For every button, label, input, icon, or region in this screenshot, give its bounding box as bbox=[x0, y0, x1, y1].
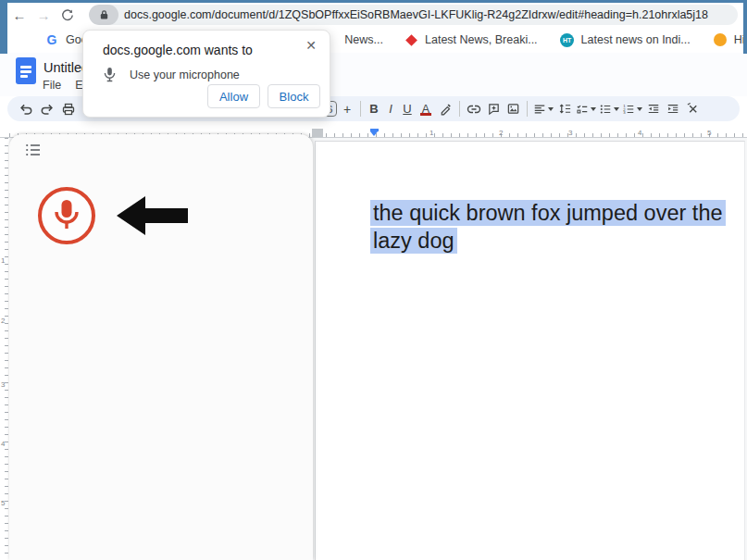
microphone-icon bbox=[52, 198, 81, 233]
permission-text: Use your microphone bbox=[130, 68, 240, 81]
site-info-chip[interactable] bbox=[89, 5, 118, 25]
redo-icon bbox=[40, 102, 55, 117]
insert-link-button[interactable] bbox=[466, 100, 482, 118]
numbered-list-icon: 123 bbox=[622, 103, 635, 116]
text-color-button[interactable]: A bbox=[417, 100, 434, 118]
microphone-small-icon bbox=[104, 67, 116, 82]
highlight-button[interactable] bbox=[437, 100, 454, 118]
allow-button[interactable]: Allow bbox=[207, 84, 260, 108]
outdent-icon bbox=[647, 103, 660, 116]
voice-typing-panel bbox=[9, 134, 313, 560]
google-favicon: G bbox=[44, 32, 59, 47]
line-spacing-icon bbox=[558, 102, 572, 116]
back-button[interactable]: ← bbox=[7, 5, 31, 25]
red-diamond-favicon bbox=[404, 32, 418, 47]
dialog-title: docs.google.com wants to bbox=[103, 43, 253, 57]
outline-icon bbox=[25, 143, 42, 157]
bulleted-list-icon bbox=[599, 103, 612, 116]
close-icon[interactable]: ✕ bbox=[303, 37, 319, 54]
italic-button[interactable]: I bbox=[384, 100, 397, 118]
chevron-down-icon bbox=[637, 107, 642, 111]
underline-button[interactable]: U bbox=[400, 100, 415, 118]
indent-marker[interactable] bbox=[370, 129, 379, 136]
ht-favicon: HT bbox=[560, 32, 575, 47]
vertical-ruler: 1 2 3 4 5 bbox=[0, 138, 9, 560]
chevron-down-icon bbox=[591, 107, 596, 111]
increase-font-button[interactable]: + bbox=[340, 100, 355, 118]
window-edge-right bbox=[743, 0, 747, 54]
menu-file[interactable]: File bbox=[43, 79, 61, 92]
voice-typing-mic-button[interactable] bbox=[38, 187, 95, 244]
svg-text:3: 3 bbox=[623, 110, 626, 115]
redo-button[interactable] bbox=[38, 100, 56, 118]
lock-icon bbox=[99, 9, 109, 20]
chevron-down-icon bbox=[614, 107, 619, 111]
undo-button[interactable] bbox=[17, 100, 35, 118]
browser-toolbar: ← → docs.google.com/document/d/1ZQSbOPff… bbox=[7, 3, 743, 27]
align-left-icon bbox=[533, 103, 546, 116]
align-button[interactable] bbox=[533, 100, 554, 118]
bulleted-list-button[interactable] bbox=[599, 100, 619, 118]
bookmark-news[interactable]: News... bbox=[344, 33, 383, 46]
chevron-down-icon bbox=[548, 107, 554, 111]
decrease-indent-button[interactable] bbox=[645, 100, 662, 118]
bookmark-latest-news[interactable]: Latest News, Breaki... bbox=[404, 32, 538, 47]
comment-icon bbox=[487, 102, 501, 116]
document-page[interactable]: the quick brown fox jumped over the lazy… bbox=[315, 141, 745, 560]
block-button[interactable]: Block bbox=[268, 84, 320, 108]
print-icon bbox=[61, 102, 76, 117]
document-outline-button[interactable] bbox=[24, 142, 43, 158]
address-bar[interactable]: docs.google.com/document/d/1ZQSbOPffxxEi… bbox=[89, 5, 738, 25]
bookmark-latest-news-india[interactable]: HT Latest news on Indi... bbox=[560, 32, 691, 47]
reload-button[interactable] bbox=[56, 5, 80, 25]
increase-indent-button[interactable] bbox=[665, 100, 681, 118]
add-comment-button[interactable] bbox=[485, 100, 502, 118]
selected-text-line2: lazy dog bbox=[370, 228, 457, 254]
numbered-list-button[interactable]: 123 bbox=[622, 100, 642, 118]
margin-marker[interactable] bbox=[312, 129, 323, 137]
bookmark-hindi-news[interactable]: Hindi News, Hindi... bbox=[713, 32, 747, 47]
highlighter-icon bbox=[439, 102, 453, 116]
image-icon bbox=[506, 102, 520, 116]
checklist-icon bbox=[576, 103, 589, 116]
line-spacing-button[interactable] bbox=[556, 100, 573, 118]
clear-formatting-button[interactable] bbox=[684, 100, 701, 118]
clear-formatting-icon bbox=[686, 102, 700, 116]
selected-text-line1: the quick brown fox jumped over the bbox=[370, 200, 726, 226]
insert-image-button[interactable] bbox=[504, 100, 521, 118]
indent-icon bbox=[666, 103, 679, 116]
arrow-annotation-icon bbox=[116, 194, 190, 237]
forward-button[interactable]: → bbox=[31, 5, 56, 25]
window-edge-left bbox=[0, 0, 7, 54]
google-docs-icon[interactable] bbox=[16, 57, 36, 84]
undo-icon bbox=[19, 102, 33, 117]
document-text[interactable]: the quick brown fox jumped over the lazy… bbox=[370, 199, 726, 255]
window-edge-top bbox=[0, 0, 747, 3]
checklist-button[interactable] bbox=[576, 100, 596, 118]
url-text: docs.google.com/document/d/1ZQSbOPffxxEi… bbox=[124, 8, 708, 21]
bold-button[interactable]: B bbox=[367, 100, 381, 118]
reload-icon bbox=[61, 8, 74, 21]
link-icon bbox=[467, 102, 481, 117]
orange-dot-favicon bbox=[713, 32, 728, 47]
permission-dialog: docs.google.com wants to ✕ Use your micr… bbox=[82, 30, 330, 118]
print-button[interactable] bbox=[59, 100, 78, 118]
